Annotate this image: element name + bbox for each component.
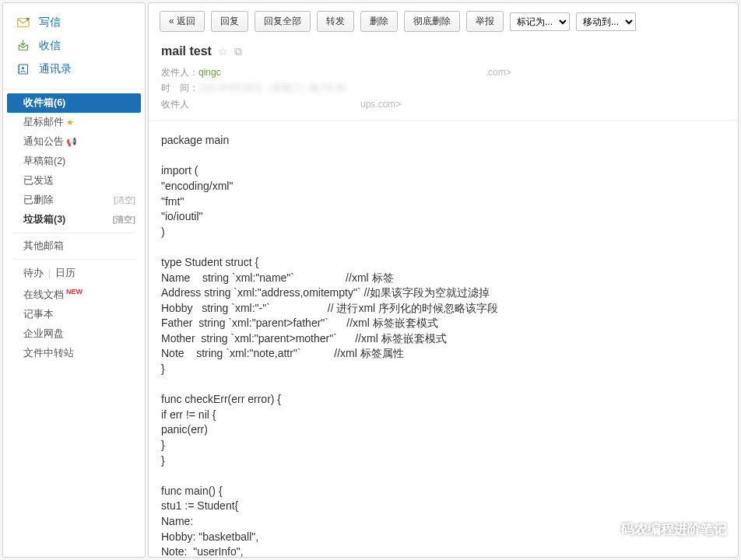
online-doc-label: 在线文档 xyxy=(23,289,64,300)
folder-drafts[interactable]: 草稿箱(2) xyxy=(3,152,145,171)
folder-deleted[interactable]: 已删除 [清空] xyxy=(3,191,145,210)
todo-calendar-row: 待办|日历 xyxy=(3,263,145,284)
todo-link[interactable]: 待办 xyxy=(23,268,44,278)
other-label: 其他邮箱 xyxy=(23,240,64,252)
notes-link[interactable]: 记事本 xyxy=(3,305,145,324)
delete-button[interactable]: 删除 xyxy=(360,11,398,32)
contacts-label: 通讯录 xyxy=(39,62,72,76)
netdisk-link[interactable]: 企业网盘 xyxy=(3,324,145,344)
online-doc-link[interactable]: 在线文档NEW xyxy=(3,284,145,305)
compose-label: 写信 xyxy=(39,16,61,30)
folder-inbox[interactable]: 收件箱(6) xyxy=(7,93,141,113)
mail-body: package main import ( "encoding/xml" "fm… xyxy=(149,121,738,557)
star-outline-icon[interactable]: ☆ xyxy=(218,45,228,58)
drafts-label: 草稿箱(2) xyxy=(23,156,65,167)
forward-button[interactable]: 转发 xyxy=(317,11,354,32)
from-row: 发件人：qingc.com> xyxy=(161,65,725,80)
deleted-empty-link[interactable]: [清空] xyxy=(114,195,135,205)
deleted-label: 已删除 xyxy=(23,194,54,206)
compose-icon xyxy=(17,16,31,29)
netdisk-label: 企业网盘 xyxy=(23,328,64,340)
to-row: 收件人ups.com> xyxy=(161,96,725,112)
junk-empty-link[interactable]: [清空] xyxy=(113,215,135,225)
sidebar: 写信 收信 通讯录 xyxy=(2,2,146,558)
star-icon: ★ xyxy=(66,117,74,127)
back-button[interactable]: « 返回 xyxy=(160,11,205,32)
mail-header: mail test ☆ ⧉ 发件人：qingc.com> 时 间：2021年6月… xyxy=(149,40,738,121)
svg-rect-1 xyxy=(19,65,27,74)
folder-starred[interactable]: 星标邮件 ★ xyxy=(3,113,145,132)
folder-junk[interactable]: 垃圾箱(3) [清空] xyxy=(3,210,145,229)
sender-name: qingc xyxy=(198,67,221,78)
report-button[interactable]: 举报 xyxy=(466,11,504,32)
starred-label: 星标邮件 xyxy=(23,117,64,128)
svg-point-2 xyxy=(22,67,24,69)
toolbar: « 返回 回复 回复全部 转发 删除 彻底删除 举报 标记为... 移动到... xyxy=(149,3,738,40)
notice-label: 通知公告 xyxy=(23,136,64,147)
receive-icon xyxy=(17,40,31,52)
folder-notice[interactable]: 通知公告 📢 xyxy=(3,132,145,152)
new-badge: NEW xyxy=(66,288,83,296)
reply-button[interactable]: 回复 xyxy=(211,11,248,32)
sent-label: 已发送 xyxy=(23,175,54,187)
delete-full-button[interactable]: 彻底删除 xyxy=(404,11,460,32)
folder-other[interactable]: 其他邮箱 xyxy=(3,236,145,256)
receive-action[interactable]: 收信 xyxy=(3,34,145,58)
file-transfer-link[interactable]: 文件中转站 xyxy=(3,344,145,363)
mail-subject: mail test xyxy=(161,44,212,58)
receive-label: 收信 xyxy=(39,39,61,53)
junk-label: 垃圾箱(3) xyxy=(23,214,65,226)
main-panel: « 返回 回复 回复全部 转发 删除 彻底删除 举报 标记为... 移动到...… xyxy=(148,2,739,558)
folder-sent[interactable]: 已发送 xyxy=(3,171,145,191)
contacts-icon xyxy=(17,63,31,75)
time-row: 时 间：2021年6月30日（星期三）晚 F8:38 xyxy=(161,80,725,96)
compose-action[interactable]: 写信 xyxy=(3,11,145,34)
inbox-label: 收件箱(6) xyxy=(23,97,65,109)
notes-label: 记事本 xyxy=(23,309,54,320)
calendar-link[interactable]: 日历 xyxy=(55,268,76,278)
popout-icon[interactable]: ⧉ xyxy=(234,45,242,58)
reply-all-button[interactable]: 回复全部 xyxy=(255,11,311,32)
contacts-action[interactable]: 通讯录 xyxy=(3,58,145,81)
move-select[interactable]: 移动到... xyxy=(576,12,636,31)
horn-icon: 📢 xyxy=(66,137,77,146)
mark-select[interactable]: 标记为... xyxy=(510,12,570,31)
file-transfer-label: 文件中转站 xyxy=(23,348,74,359)
time-value: 2021年6月30日（星期三）晚 F8:38 xyxy=(198,82,346,93)
